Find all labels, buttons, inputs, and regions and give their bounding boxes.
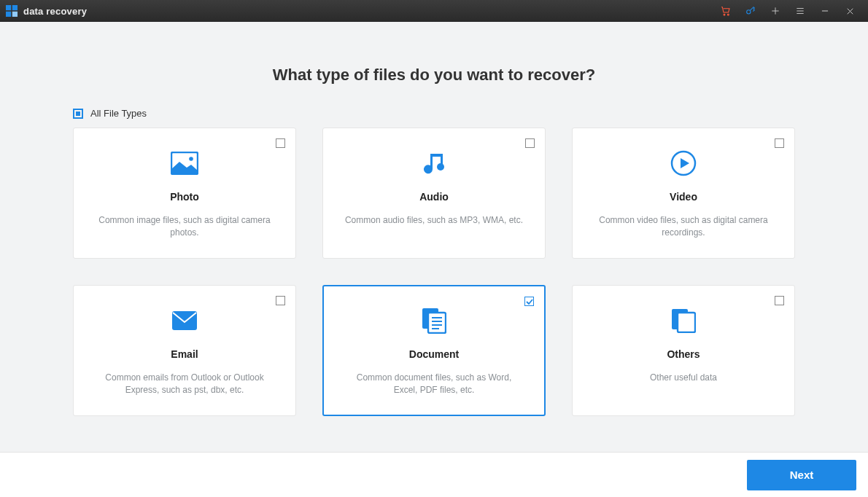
menu-icon[interactable] xyxy=(788,0,813,22)
card-document-title: Document xyxy=(409,348,459,360)
card-audio-title: Audio xyxy=(419,191,449,203)
card-video-title: Video xyxy=(670,191,697,203)
titlebar: data recovery xyxy=(0,0,868,22)
svg-rect-3 xyxy=(12,12,18,17)
checkbox-checked-icon xyxy=(524,297,534,306)
plus-icon[interactable] xyxy=(763,0,788,22)
checkbox-icon xyxy=(276,296,285,305)
svg-point-5 xyxy=(727,14,729,15)
document-icon xyxy=(422,305,446,337)
card-video-desc: Common video files, such as digital came… xyxy=(593,214,774,240)
card-document-desc: Common document files, such as Word, Exc… xyxy=(344,372,524,397)
checkbox-icon xyxy=(775,296,784,305)
card-audio[interactable]: Audio Common audio files, such as MP3, W… xyxy=(322,128,546,259)
card-email[interactable]: Email Common emails from Outlook or Outl… xyxy=(73,285,296,416)
card-others[interactable]: Others Other useful data xyxy=(572,285,795,416)
card-email-title: Email xyxy=(171,348,198,360)
card-document[interactable]: Document Common document files, such as … xyxy=(322,285,546,416)
card-email-desc: Common emails from Outlook or Outlook Ex… xyxy=(94,372,275,397)
card-video[interactable]: Video Common video files, such as digita… xyxy=(572,128,795,259)
checkbox-icon xyxy=(276,138,285,148)
others-icon xyxy=(671,305,696,337)
svg-rect-1 xyxy=(12,5,18,10)
checkbox-indeterminate-icon xyxy=(73,109,83,119)
all-file-types-label: All File Types xyxy=(90,108,147,119)
card-others-desc: Other useful data xyxy=(650,372,717,384)
checkbox-icon xyxy=(525,138,535,148)
email-icon xyxy=(171,305,198,337)
svg-rect-0 xyxy=(6,5,11,10)
file-type-grid: Photo Common image files, such as digita… xyxy=(73,128,795,416)
video-icon xyxy=(670,147,697,179)
svg-rect-20 xyxy=(678,313,695,332)
app-title: data recovery xyxy=(23,6,87,17)
main-content: What type of files do you want to recove… xyxy=(0,22,868,452)
card-photo-title: Photo xyxy=(170,191,199,203)
card-photo-desc: Common image files, such as digital came… xyxy=(94,214,275,240)
audio-icon xyxy=(422,147,446,179)
footer: Next xyxy=(0,452,868,497)
card-others-title: Others xyxy=(667,348,700,360)
page-heading: What type of files do you want to recove… xyxy=(0,66,868,85)
key-icon[interactable] xyxy=(738,0,763,22)
next-button[interactable]: Next xyxy=(747,460,856,490)
svg-rect-14 xyxy=(428,313,446,333)
svg-rect-12 xyxy=(172,311,197,330)
svg-rect-2 xyxy=(6,12,11,17)
card-audio-desc: Common audio files, such as MP3, WMA, et… xyxy=(345,214,523,227)
svg-point-6 xyxy=(747,10,751,14)
all-file-types-checkbox[interactable]: All File Types xyxy=(73,108,868,119)
minimize-icon[interactable] xyxy=(813,0,837,22)
cart-icon[interactable] xyxy=(713,0,738,22)
svg-point-8 xyxy=(189,157,193,161)
checkbox-icon xyxy=(775,138,784,148)
card-photo[interactable]: Photo Common image files, such as digita… xyxy=(73,128,296,259)
app-logo-icon xyxy=(6,5,18,17)
photo-icon xyxy=(171,147,198,179)
svg-rect-10 xyxy=(441,154,443,167)
close-icon[interactable] xyxy=(837,0,862,22)
svg-point-4 xyxy=(724,14,725,15)
